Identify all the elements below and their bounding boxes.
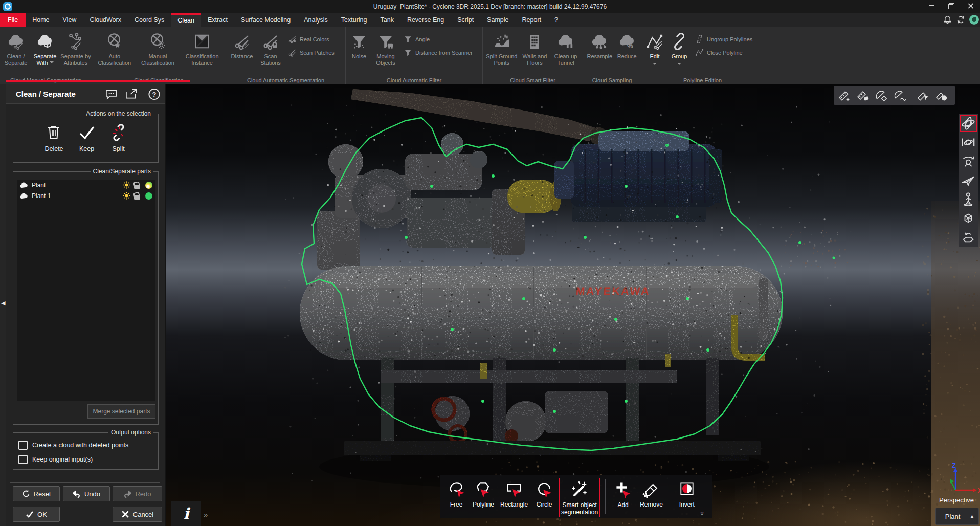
menu-surface-modeling[interactable]: Surface Modeling	[234, 13, 297, 27]
remove-measurement-icon[interactable]	[854, 87, 871, 103]
split-button[interactable]: Split	[110, 124, 127, 152]
rectangle-selection-tool[interactable]: Rectangle	[499, 478, 529, 509]
menu-cloudworx[interactable]: CloudWorx	[83, 13, 128, 27]
visibility-sun-icon[interactable]	[123, 181, 130, 189]
tool-label: Polyline	[473, 501, 494, 508]
redo-button[interactable]: Redo	[113, 486, 162, 501]
cloud-selector-dropdown[interactable]: Plant ▲	[935, 508, 979, 525]
menu-report[interactable]: Report	[516, 13, 548, 27]
ribbon-button-split-ground-points[interactable]: Split Ground Points	[485, 29, 519, 67]
comment-icon[interactable]	[105, 88, 118, 100]
menu-coord-sys[interactable]: Coord Sys	[128, 13, 171, 27]
unlock-icon[interactable]	[134, 182, 140, 189]
remove-selection-mode[interactable]: Remove	[638, 478, 664, 509]
add-selection-mode[interactable]: Add	[611, 478, 635, 510]
checkbox-create-cloud-deleted-points[interactable]	[18, 441, 28, 450]
ribbon-button-manual-classification[interactable]: Manual Classification	[136, 29, 179, 67]
check-icon	[78, 124, 96, 141]
look-around-button[interactable]	[960, 152, 977, 170]
ribbon-button-separate-with[interactable]: Separate With	[30, 29, 60, 67]
orbit-mode-button[interactable]	[960, 115, 977, 132]
ribbon-button-clean-separate[interactable]: Clean / Separate	[2, 29, 30, 67]
export-panel-icon[interactable]	[125, 88, 138, 100]
menu-reverse-eng[interactable]: Reverse Eng	[400, 13, 451, 27]
ribbon-button-angle[interactable]: Angle	[404, 35, 480, 43]
ribbon-button-classification-instance[interactable]: Classification Instance	[181, 29, 223, 67]
notifications-bell-icon[interactable]	[943, 15, 952, 25]
3d-viewport[interactable]: MAYEKAWA Z X	[166, 84, 980, 526]
close-button[interactable]	[961, 0, 980, 11]
ribbon-button-group[interactable]: Group	[666, 29, 692, 67]
polyline-selection-tool[interactable]: Polyline	[471, 478, 496, 509]
view-cube-button[interactable]	[960, 209, 977, 227]
help-icon[interactable]: ?	[148, 88, 161, 100]
checkbox-keep-original-inputs[interactable]	[18, 455, 28, 464]
sphere-measurement-icon[interactable]	[933, 87, 950, 103]
ribbon-button-ungroup-polylines[interactable]: Ungroup Polylines	[695, 35, 760, 43]
ribbon-button-walls-and-floors[interactable]: Walls and Floors	[519, 29, 550, 67]
visibility-sun-icon[interactable]	[123, 192, 130, 200]
menu-file[interactable]: File	[0, 13, 26, 27]
ribbon-button-edit[interactable]: Edit	[643, 29, 666, 67]
unlock-icon[interactable]	[134, 192, 140, 200]
ribbon-button-moving-objects[interactable]: Moving Objects	[371, 29, 400, 67]
ribbon-button-reduce[interactable]: % Reduce	[615, 29, 639, 60]
menu-home[interactable]: Home	[26, 13, 56, 27]
undo-button[interactable]: Undo	[63, 486, 110, 501]
navigation-rail	[959, 114, 978, 247]
constrained-orbit-button[interactable]	[960, 134, 977, 151]
free-selection-tool[interactable]: Free	[444, 478, 468, 509]
toolbar-collapse-icon[interactable]: »	[699, 512, 706, 514]
ribbon-button-separate-by-attributes[interactable]: Separate by Attributes	[60, 29, 92, 67]
menu-analysis[interactable]: Analysis	[297, 13, 335, 27]
turntable-button[interactable]	[960, 228, 977, 246]
part-color-swatch[interactable]	[145, 192, 152, 200]
ribbon-button-scan-patches[interactable]: Scan Patches	[288, 48, 342, 57]
scissors-ruler-icon	[233, 33, 251, 50]
restore-button[interactable]	[941, 0, 961, 11]
list-item-plant[interactable]: Plant	[17, 180, 155, 190]
ribbon-button-clean-up-tunnel[interactable]: Clean-up Tunnel	[551, 29, 581, 67]
polyline-scissors-icon	[646, 33, 663, 50]
ribbon-button-distance[interactable]: Distance	[228, 29, 256, 60]
merge-selected-parts-button[interactable]: Merge selected parts	[87, 404, 155, 419]
delete-button[interactable]: Delete	[44, 124, 63, 152]
keep-button[interactable]: Keep	[78, 124, 96, 152]
angle-measurement-icon[interactable]	[873, 87, 889, 103]
ribbon-button-scan-stations[interactable]: Scan Stations	[256, 29, 285, 67]
menu-extract[interactable]: Extract	[201, 13, 234, 27]
sync-icon[interactable]	[956, 15, 966, 25]
invert-selection-tool[interactable]: Invert	[675, 478, 699, 509]
part-color-swatch[interactable]	[145, 182, 152, 189]
menu-script[interactable]: Script	[451, 13, 480, 27]
walk-mode-button[interactable]	[960, 190, 977, 208]
menu-view[interactable]: View	[56, 13, 83, 27]
scissors-patch-icon	[288, 48, 297, 57]
menu-tank[interactable]: Tank	[373, 13, 400, 27]
ribbon-button-close-polyline[interactable]: Close Polyline	[695, 48, 760, 57]
reset-button[interactable]: Reset	[13, 486, 60, 501]
ribbon-button-auto-classification[interactable]: Auto Classification	[95, 29, 135, 67]
add-measurement-icon[interactable]	[836, 87, 853, 103]
ok-button[interactable]: OK	[13, 507, 60, 522]
ribbon-button-real-colors[interactable]: Real Colors	[288, 35, 342, 43]
menu-texturing[interactable]: Texturing	[335, 13, 374, 27]
info-button[interactable]: i	[171, 501, 201, 526]
minimize-button[interactable]	[922, 0, 941, 11]
panel-collapse-arrow[interactable]: ◀	[1, 300, 5, 306]
ribbon-button-distance-from-scanner[interactable]: Distance from Scanner	[404, 48, 480, 57]
menu-help[interactable]: ?	[548, 13, 565, 27]
smart-object-segmentation-tool[interactable]: Smart object segmentation	[559, 478, 600, 517]
ribbon-button-noise[interactable]: Noise	[347, 29, 371, 60]
free-angle-measurement-icon[interactable]	[891, 87, 908, 103]
circle-selection-tool[interactable]: Circle	[532, 478, 556, 509]
menu-clean[interactable]: Clean	[171, 13, 201, 27]
account-badge-icon[interactable]	[969, 15, 979, 25]
fly-mode-button[interactable]	[960, 171, 977, 189]
cancel-button[interactable]: Cancel	[113, 507, 162, 522]
ribbon-button-resample[interactable]: Resample	[585, 29, 614, 60]
info-expand-icon[interactable]: »	[204, 510, 208, 519]
menu-sample[interactable]: Sample	[480, 13, 515, 27]
list-item-plant-1[interactable]: Plant 1	[17, 190, 155, 201]
pick-measurement-icon[interactable]	[915, 87, 931, 103]
